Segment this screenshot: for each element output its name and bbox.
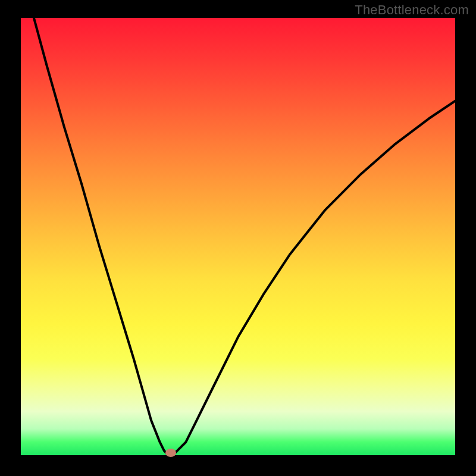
curve-path	[34, 18, 455, 455]
chart-plot-area	[21, 18, 455, 455]
bottleneck-curve	[21, 18, 455, 455]
watermark-text: TheBottleneck.com	[355, 2, 469, 18]
optimal-point-marker	[165, 449, 176, 457]
